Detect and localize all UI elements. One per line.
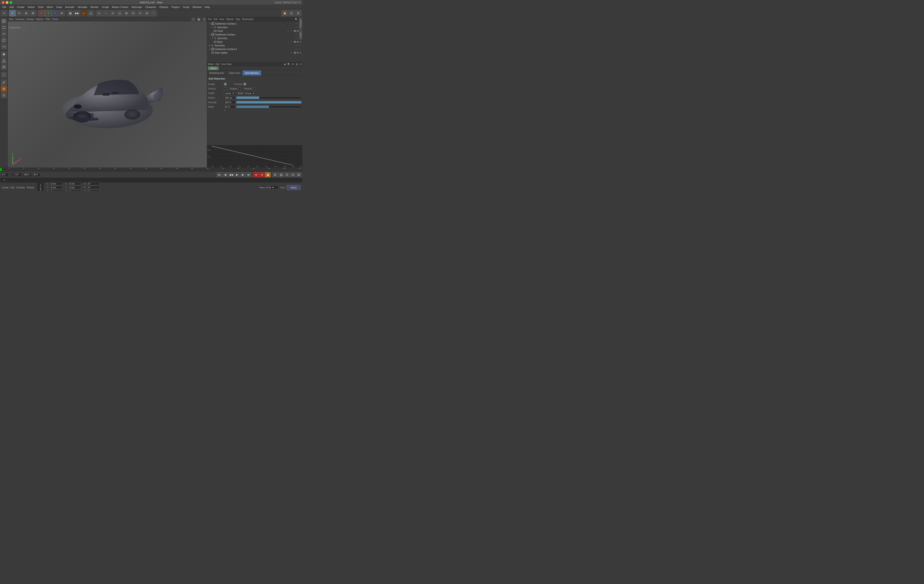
obj-expand-icon-4[interactable]: ▼ — [209, 34, 211, 36]
x-input[interactable] — [50, 182, 63, 185]
undo-button[interactable]: ↩ — [1, 10, 7, 16]
grid-button[interactable]: ⊞ — [123, 10, 130, 16]
tool-3-button[interactable]: S — [1, 72, 7, 78]
attr-radius-input[interactable] — [224, 96, 235, 99]
attr-enable-checkbox[interactable] — [224, 83, 227, 86]
obj-row-hood[interactable]: Hood ✓ ✓ ✕ — [207, 29, 302, 33]
attr-surface-checkbox[interactable] — [224, 87, 227, 90]
scale-tool-button[interactable]: ⊕ — [23, 10, 29, 16]
attr-tab-soft-selection[interactable]: Soft Selection — [243, 71, 261, 76]
sel-button[interactable]: ◫ — [116, 10, 123, 16]
play-reverse-button[interactable]: ◀◀ — [228, 172, 234, 177]
obj-check-2[interactable]: ✓ — [295, 26, 298, 29]
obj-row-body[interactable]: Body ✓ ✓ ✕ — [207, 40, 302, 44]
obj-check-rear-splitter[interactable]: ✓ — [290, 51, 293, 54]
current-frame-input[interactable] — [1, 173, 9, 177]
go-end-button[interactable]: ⏭ — [246, 172, 251, 177]
obj-expand-icon-5[interactable]: ▼ — [211, 37, 213, 39]
obj-check-5[interactable]: ✓ — [295, 37, 298, 39]
attr-menu-mode[interactable]: Mode — [208, 63, 214, 66]
next-frame-button[interactable]: ▶ — [240, 172, 246, 177]
x-axis-button[interactable]: X — [38, 10, 45, 16]
obj-check-render-8[interactable]: ✓ — [298, 48, 302, 51]
viewport-menu-display[interactable]: Display — [26, 18, 34, 20]
obj-check-hood[interactable]: ✓ — [287, 30, 290, 32]
prev-frame-button[interactable]: ◀ — [222, 172, 228, 177]
uv-mode-button[interactable]: UV — [1, 44, 7, 49]
world-coord-button[interactable]: ⊛ — [59, 10, 65, 16]
viewport-menu-cameras[interactable]: Cameras — [15, 18, 25, 20]
close-button[interactable] — [2, 1, 5, 4]
sculpt-button[interactable]: ⚬ — [103, 10, 109, 16]
brush-tool-button[interactable] — [1, 79, 7, 86]
viewport-canvas[interactable]: Perspective — [8, 21, 207, 168]
menu-tools[interactable]: Tools — [36, 5, 45, 9]
menu-script[interactable]: Script — [182, 5, 191, 9]
maximize-button[interactable] — [10, 1, 12, 4]
attr-more-icon[interactable]: ⊡ — [300, 63, 302, 66]
menu-sculpt[interactable]: Sculpt — [101, 5, 110, 9]
material-button[interactable]: ⬡ — [150, 10, 157, 16]
motion-clip-button[interactable]: ⊠ — [296, 172, 302, 177]
attr-preview-checkbox[interactable] — [244, 83, 246, 86]
obj-check-render-hood[interactable]: ✓ — [290, 30, 293, 32]
menu-plugins[interactable]: Plugins — [170, 5, 181, 9]
light-button[interactable]: ☀ — [137, 10, 143, 16]
menu-character[interactable]: Character — [144, 5, 158, 9]
menu-mograph[interactable]: MoGraph — [130, 5, 144, 9]
menu-mesh[interactable]: Mesh — [46, 5, 54, 9]
wx-input[interactable] — [69, 182, 81, 185]
layers-tab[interactable]: Layers — [299, 30, 302, 40]
texture-tool-button[interactable] — [1, 86, 7, 92]
menu-edit[interactable]: Edit — [8, 5, 15, 9]
y-input[interactable] — [50, 186, 63, 189]
tool-1-button[interactable] — [1, 51, 7, 57]
obj-row-rear-splitter[interactable]: Rear Splitter ✓ ✕ — [207, 51, 302, 54]
obj-check-render-7[interactable]: ✓ — [298, 44, 302, 47]
render-settings-button[interactable]: ▦ — [67, 10, 73, 16]
obj-check-1[interactable]: ✓ — [295, 22, 298, 25]
obj-check-4[interactable]: ✓ — [295, 33, 298, 36]
render-region-button[interactable]: ◱ — [87, 10, 94, 16]
paint-button[interactable]: ⊙ — [110, 10, 116, 16]
end-frame-preview-input[interactable] — [23, 173, 32, 177]
obj-expand-icon-2[interactable]: ▼ — [211, 26, 213, 28]
z-axis-button[interactable]: Z — [52, 10, 58, 16]
obj-menu-edit[interactable]: Edit — [213, 18, 217, 20]
attr-restrict-checkbox[interactable] — [253, 87, 256, 90]
layout-dropdown-icon[interactable]: ▼ — [298, 1, 300, 3]
obj-expand-icon-7[interactable]: ▶ — [209, 44, 210, 46]
object-mode-button[interactable] — [1, 18, 7, 24]
motion-path-button[interactable]: ⊞ — [272, 172, 278, 177]
record-button[interactable]: ● — [253, 172, 259, 177]
obj-check-body[interactable]: ✓ — [287, 40, 290, 43]
display-mode-button[interactable]: ▣ — [282, 10, 288, 16]
z-input[interactable] — [50, 190, 63, 191]
obj-row-subdivision-surface-1[interactable]: ▼ Subdivision Surface.1 ✓ ✓ — [207, 22, 302, 25]
go-start-button[interactable]: ⏮ — [216, 172, 222, 177]
speed-input[interactable] — [9, 173, 14, 177]
menu-window[interactable]: Window — [191, 5, 203, 9]
minimize-button[interactable] — [6, 1, 8, 4]
attr-rubber-checkbox[interactable] — [238, 87, 241, 90]
attr-menu-userdata[interactable]: User Data — [221, 63, 231, 66]
menu-pipeline[interactable]: Pipeline — [158, 5, 170, 9]
tool-4-button[interactable] — [1, 92, 7, 98]
attr-mode-dropdown[interactable]: Group ▼ — [244, 91, 256, 95]
attr-strength-slider[interactable] — [236, 101, 302, 104]
obj-row-symmetry-2[interactable]: ▼ Symmetry ✓ ✓ — [207, 36, 302, 40]
object-type-dropdown[interactable]: Object (Pel) ▼ — [258, 186, 279, 189]
attr-search-icon[interactable]: 🔍 — [287, 63, 290, 66]
coord-menu-edit[interactable]: Edit — [10, 186, 14, 189]
sculpt-tool-button[interactable] — [1, 64, 7, 70]
coord-menu-create[interactable]: Create — [2, 186, 9, 189]
obj-menu-view[interactable]: View — [219, 18, 224, 20]
menu-animate[interactable]: Animate — [64, 5, 76, 9]
attr-back-icon[interactable]: ◀ — [284, 63, 285, 66]
p-input[interactable] — [87, 186, 100, 189]
coord-menu-texture[interactable]: Texture — [27, 186, 34, 189]
h-input[interactable] — [87, 182, 100, 185]
attr-strength-input[interactable] — [224, 101, 235, 104]
display2-button[interactable]: ⊡ — [288, 10, 295, 16]
render-button[interactable]: ▶▶ — [74, 10, 80, 16]
